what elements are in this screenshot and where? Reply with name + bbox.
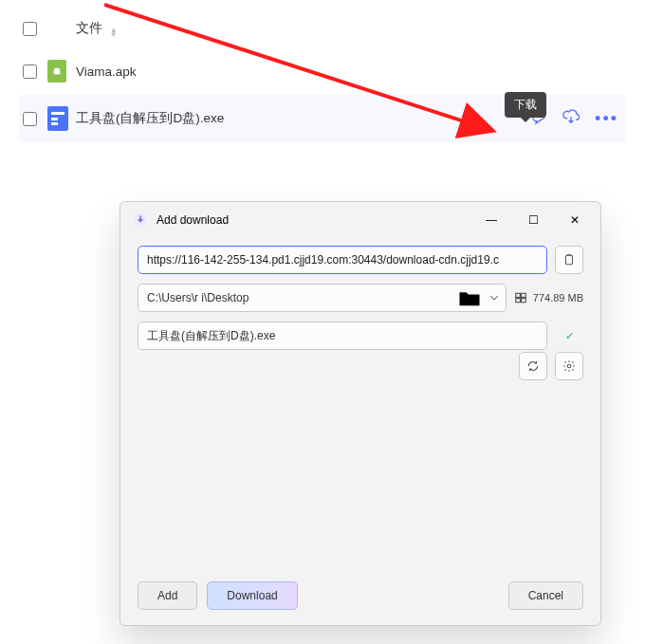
save-path-input[interactable]: C:\Users\r i\Desktop bbox=[138, 284, 507, 312]
exe-icon bbox=[47, 106, 68, 131]
select-all-checkbox[interactable] bbox=[23, 22, 37, 36]
minimize-button[interactable]: — bbox=[471, 206, 511, 234]
check-icon: ✓ bbox=[555, 330, 583, 342]
paste-button[interactable] bbox=[555, 246, 583, 274]
refresh-button[interactable] bbox=[519, 352, 547, 380]
svg-rect-6 bbox=[521, 299, 525, 303]
file-name: Viama.apk bbox=[76, 64, 626, 79]
download-button[interactable]: Download bbox=[207, 581, 297, 610]
chevron-down-icon[interactable] bbox=[483, 291, 506, 304]
add-download-dialog: Add download — ☐ ✕ https://116-142-255-1… bbox=[120, 201, 601, 626]
file-list-header: 文件 ▲▼ bbox=[19, 9, 626, 47]
dialog-title: Add download bbox=[157, 213, 471, 227]
disk-space: 774.89 MB bbox=[514, 291, 583, 304]
dialog-titlebar[interactable]: Add download — ☐ ✕ bbox=[120, 202, 600, 238]
sort-icon: ▲▼ bbox=[110, 28, 118, 37]
svg-rect-3 bbox=[516, 293, 521, 297]
svg-rect-5 bbox=[516, 299, 521, 303]
add-button[interactable]: Add bbox=[138, 581, 197, 610]
apk-icon bbox=[47, 60, 66, 83]
maximize-button[interactable]: ☐ bbox=[513, 206, 553, 234]
more-icon[interactable]: ••• bbox=[595, 109, 618, 129]
file-row[interactable]: Viama.apk bbox=[19, 47, 626, 95]
download-icon[interactable] bbox=[562, 109, 580, 129]
cancel-button[interactable]: Cancel bbox=[508, 581, 583, 610]
download-tooltip: 下载 bbox=[505, 92, 546, 118]
svg-rect-4 bbox=[521, 293, 525, 297]
row-checkbox[interactable] bbox=[23, 112, 37, 126]
row-checkbox[interactable] bbox=[23, 64, 37, 79]
settings-button[interactable] bbox=[555, 352, 583, 380]
app-icon bbox=[132, 212, 149, 229]
folder-icon[interactable] bbox=[456, 285, 483, 311]
close-button[interactable]: ✕ bbox=[555, 206, 595, 234]
file-name: 工具盘(自解压到D盘).exe bbox=[76, 110, 530, 127]
url-input[interactable]: https://116-142-255-134.pd1.cjjd19.com:3… bbox=[138, 246, 547, 274]
filename-input[interactable]: 工具盘(自解压到D盘).exe bbox=[138, 322, 547, 350]
file-list: 文件 ▲▼ Viama.apk 工具盘(自解压到D盘).exe ••• bbox=[0, 0, 645, 142]
svg-point-7 bbox=[567, 364, 571, 368]
svg-rect-2 bbox=[566, 255, 573, 264]
column-file[interactable]: 文件 ▲▼ bbox=[76, 20, 626, 37]
